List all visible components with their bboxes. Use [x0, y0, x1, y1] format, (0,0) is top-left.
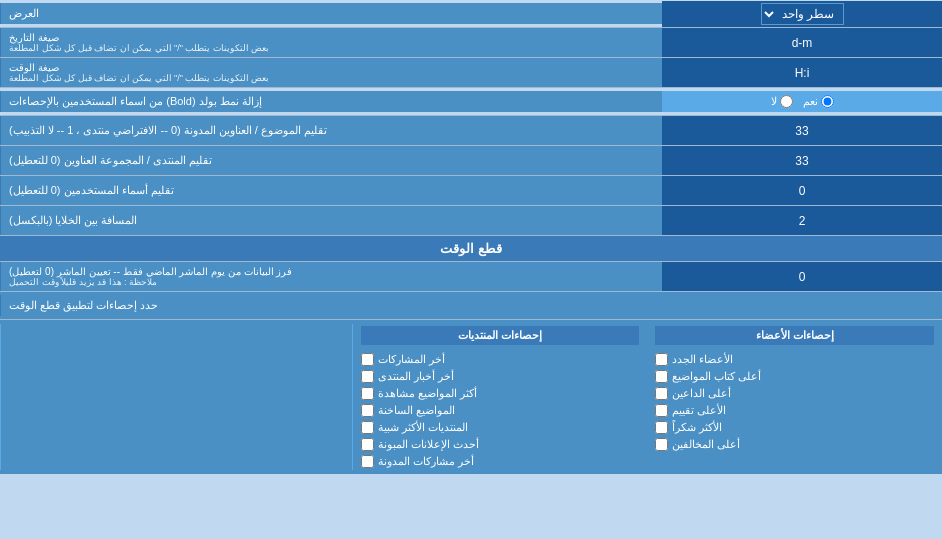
trim-users-input[interactable]	[668, 184, 936, 198]
time-format-input-wrapper	[662, 58, 942, 87]
checkboxes-section: حدد إحصاءات لتطبيق قطع الوقت إحصاءات الأ…	[0, 292, 942, 474]
cb-top-topic-writers[interactable]	[655, 370, 668, 383]
checkboxes-header-row: حدد إحصاءات لتطبيق قطع الوقت	[0, 292, 942, 320]
trim-forum-input-wrapper	[662, 146, 942, 175]
date-format-desc: بعض التكوينات يتطلب "/" التي يمكن ان تضا…	[9, 43, 269, 53]
cell-spacing-input[interactable]	[668, 214, 936, 228]
checkboxes-columns: إحصاءات الأعضاء الأعضاء الجدد أعلى كتاب …	[0, 320, 942, 474]
date-format-input-wrapper	[662, 28, 942, 57]
trim-forum-input[interactable]	[668, 154, 936, 168]
bold-no-label[interactable]: لا	[771, 95, 793, 108]
row-cell-spacing: المسافة بين الخلايا (بالبكسل)	[0, 206, 942, 236]
checkbox-hot-topics: المواضيع الساخنة	[361, 404, 640, 417]
col-members-header: إحصاءات الأعضاء	[655, 326, 934, 345]
cb-last-posts[interactable]	[361, 353, 374, 366]
checkbox-latest-pinned-ads: أحدث الإعلانات المبونة	[361, 438, 640, 451]
cutoff-days-note: ملاحظة : هذا قد يزيد قليلاً وقت التحميل	[9, 277, 157, 287]
trim-topic-label: تقليم الموضوع / العناوين المدونة (0 -- ا…	[0, 116, 662, 145]
cb-top-rated[interactable]	[655, 404, 668, 417]
cb-last-forum-news[interactable]	[361, 370, 374, 383]
trim-users-input-wrapper	[662, 176, 942, 205]
display-label: العرض	[0, 3, 662, 24]
cb-most-similar-forums[interactable]	[361, 421, 374, 434]
checkbox-top-warned: أعلى المخالفين	[655, 438, 934, 451]
trim-topic-input-wrapper	[662, 116, 942, 145]
checkbox-most-similar-forums: المنتديات الأكثر شبية	[361, 421, 640, 434]
checkboxes-header-label: حدد إحصاءات لتطبيق قطع الوقت	[0, 295, 572, 316]
date-format-title: صيغة التاريخ	[9, 32, 59, 43]
cb-last-blog-posts[interactable]	[361, 455, 374, 468]
cell-spacing-label: المسافة بين الخلايا (بالبكسل)	[0, 206, 662, 235]
cutoff-days-input[interactable]	[668, 270, 936, 284]
checkbox-top-inviters: أعلى الداعين	[655, 387, 934, 400]
checkbox-most-viewed: أكثر المواضيع مشاهدة	[361, 387, 640, 400]
cb-most-viewed[interactable]	[361, 387, 374, 400]
time-format-desc: بعض التكوينات يتطلب "/" التي يمكن ان تضا…	[9, 73, 269, 83]
date-format-label: صيغة التاريخ بعض التكوينات يتطلب "/" الت…	[0, 28, 662, 57]
display-select[interactable]: سطر واحد سطران ثلاثة أسطر	[761, 3, 844, 25]
row-trim-forum: تقليم المنتدى / المجموعة العناوين (0 للت…	[0, 146, 942, 176]
col-forums-header: إحصاءات المنتديات	[361, 326, 640, 345]
cutoff-days-label: فرز البيانات من يوم الماشر الماضي فقط --…	[0, 262, 662, 291]
checkbox-last-blog-posts: أخر مشاركات المدونة	[361, 455, 640, 468]
date-format-input[interactable]	[668, 36, 936, 50]
checkbox-top-topic-writers: أعلى كتاب المواضيع	[655, 370, 934, 383]
cutoff-section-header: قطع الوقت	[0, 236, 942, 262]
row-time-format: صيغة الوقت بعض التكوينات يتطلب "/" التي …	[0, 58, 942, 88]
checkbox-new-members: الأعضاء الجدد	[655, 353, 934, 366]
cb-new-members[interactable]	[655, 353, 668, 366]
main-container: سطر واحد سطران ثلاثة أسطر العرض صيغة الت…	[0, 0, 942, 474]
row-trim-topic: تقليم الموضوع / العناوين المدونة (0 -- ا…	[0, 116, 942, 146]
row-display: سطر واحد سطران ثلاثة أسطر العرض	[0, 0, 942, 28]
checkbox-most-thanked: الأكثر شكراً	[655, 421, 934, 434]
trim-forum-label: تقليم المنتدى / المجموعة العناوين (0 للت…	[0, 146, 662, 175]
cb-top-inviters[interactable]	[655, 387, 668, 400]
cb-hot-topics[interactable]	[361, 404, 374, 417]
time-format-title: صيغة الوقت	[9, 62, 59, 73]
cutoff-days-title: فرز البيانات من يوم الماشر الماضي فقط --…	[9, 266, 292, 277]
time-format-label: صيغة الوقت بعض التكوينات يتطلب "/" التي …	[0, 58, 662, 87]
checkbox-top-rated: الأعلى تقييم	[655, 404, 934, 417]
row-cutoff-days: فرز البيانات من يوم الماشر الماضي فقط --…	[0, 262, 942, 292]
display-select-wrapper: سطر واحد سطران ثلاثة أسطر	[662, 1, 942, 27]
checkbox-last-posts: أخر المشاركات	[361, 353, 640, 366]
col-forums: إحصاءات المنتديات أخر المشاركات أخر أخبا…	[352, 324, 648, 470]
cb-top-warned[interactable]	[655, 438, 668, 451]
bold-label: إزالة نمط بولد (Bold) من اسماء المستخدمي…	[0, 91, 662, 112]
row-date-format: صيغة التاريخ بعض التكوينات يتطلب "/" الت…	[0, 28, 942, 58]
col-empty	[0, 324, 352, 470]
trim-topic-input[interactable]	[668, 124, 936, 138]
bold-yes-radio[interactable]	[821, 95, 834, 108]
col-members: إحصاءات الأعضاء الأعضاء الجدد أعلى كتاب …	[647, 324, 942, 470]
trim-users-label: تقليم أسماء المستخدمين (0 للتعطيل)	[0, 176, 662, 205]
bold-no-radio[interactable]	[780, 95, 793, 108]
row-bold: نعم لا إزالة نمط بولد (Bold) من اسماء ال…	[0, 88, 942, 116]
bold-yes-label[interactable]: نعم	[803, 95, 834, 108]
time-format-input[interactable]	[668, 66, 936, 80]
checkbox-last-forum-news: أخر أخبار المنتدى	[361, 370, 640, 383]
cutoff-days-input-wrapper	[662, 262, 942, 291]
row-trim-users: تقليم أسماء المستخدمين (0 للتعطيل)	[0, 176, 942, 206]
cell-spacing-input-wrapper	[662, 206, 942, 235]
cb-latest-pinned-ads[interactable]	[361, 438, 374, 451]
bold-radio-area: نعم لا	[662, 91, 942, 112]
cb-most-thanked[interactable]	[655, 421, 668, 434]
